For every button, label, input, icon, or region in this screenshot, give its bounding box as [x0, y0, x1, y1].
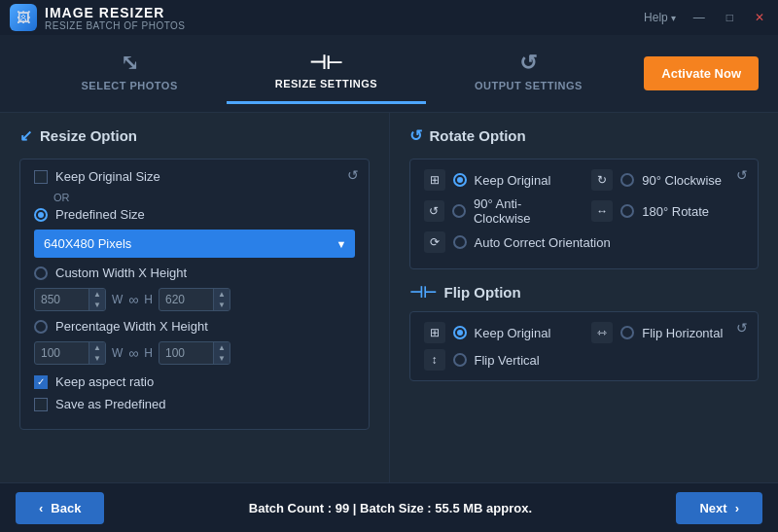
custom-height-spinner: ▲ ▼: [213, 289, 230, 310]
percentage-spinbox-row: ▲ ▼ W ∞ H ▲ ▼: [34, 341, 355, 365]
maximize-button[interactable]: □: [723, 9, 737, 26]
flip-v-icon: ↕: [424, 349, 445, 371]
next-chevron-icon: ›: [735, 501, 739, 515]
close-button[interactable]: ✕: [751, 9, 768, 26]
flip-h-radio[interactable]: [620, 326, 634, 339]
flip-keep-original: ⊞ Keep Original: [424, 322, 577, 343]
rotate-option-box: ↺ ⊞ Keep Original ↻ 90° Clockwise ↺: [409, 159, 760, 269]
title-bar-right: Help ▾ — □ ✕: [644, 9, 768, 26]
title-bar: 🖼 IMAGE RESIZER RESIZE BATCH OF PHOTOS H…: [0, 0, 778, 35]
custom-width-input[interactable]: [35, 289, 88, 310]
main-content: ↙ Resize Option ↺ Keep Original Size OR …: [0, 113, 778, 482]
keep-aspect-ratio-checkbox[interactable]: [34, 375, 48, 389]
custom-height-spinbox[interactable]: ▲ ▼: [159, 288, 230, 311]
app-subtitle: RESIZE BATCH OF PHOTOS: [45, 20, 186, 31]
pct-width-input[interactable]: [35, 342, 88, 364]
flip-options-grid: ⊞ Keep Original ⇿ Flip Horizontal ↕: [424, 322, 745, 371]
rotate-cw90: ↻ 90° Clockwise: [591, 169, 744, 191]
rotate-180-icon: ↔: [591, 200, 613, 222]
tab-resize-settings[interactable]: ⊣⊢ RESIZE SETTINGS: [227, 43, 426, 104]
pct-height-down[interactable]: ▼: [214, 353, 230, 364]
resize-option-box: ↺ Keep Original Size OR Predefined Size …: [19, 159, 370, 430]
w-label-2: W: [112, 346, 123, 360]
reset-rotate-button[interactable]: ↺: [736, 167, 748, 183]
keep-aspect-ratio-row: Keep aspect ratio: [34, 374, 355, 389]
rotate-acw90-radio[interactable]: [452, 204, 466, 218]
pct-width-spinner: ▲ ▼: [88, 342, 105, 364]
flip-keep-icon: ⊞: [424, 322, 445, 343]
pct-width-spinbox[interactable]: ▲ ▼: [34, 341, 106, 365]
bottom-bar: ‹ Back Batch Count : 99 | Batch Size : 5…: [0, 482, 778, 532]
batch-info: Batch Count : 99 | Batch Size : 55.5 MB …: [249, 501, 532, 515]
pct-width-up[interactable]: ▲: [89, 342, 105, 353]
rotate-acw90-icon: ↺: [424, 200, 444, 222]
pct-height-spinbox[interactable]: ▲ ▼: [159, 341, 230, 365]
reset-resize-button[interactable]: ↺: [347, 167, 359, 183]
resize-option-title: ↙ Resize Option: [19, 126, 370, 145]
pct-height-up[interactable]: ▲: [214, 342, 230, 353]
app-title: IMAGE RESIZER: [45, 5, 186, 20]
flip-v-radio[interactable]: [453, 353, 467, 367]
flip-keep-radio[interactable]: [453, 326, 467, 339]
predefined-size-select[interactable]: 640X480 Pixels 800X600 Pixels 1024X768 P…: [34, 230, 355, 258]
w-label: W: [112, 293, 123, 306]
help-button[interactable]: Help ▾: [644, 11, 676, 24]
custom-width-spinner: ▲ ▼: [88, 289, 105, 310]
left-panel: ↙ Resize Option ↺ Keep Original Size OR …: [0, 113, 390, 482]
flip-vertical: ↕ Flip Vertical: [424, 349, 577, 371]
reset-flip-button[interactable]: ↺: [736, 320, 748, 336]
batch-count: 99: [336, 501, 349, 515]
pct-height-spinner: ▲ ▼: [213, 342, 230, 364]
rotate-keep-radio[interactable]: [453, 173, 467, 187]
flip-section: ⊣⊢ Flip Option ↺ ⊞ Keep Original ⇿: [409, 283, 760, 381]
rotate-cw90-icon: ↻: [591, 169, 613, 191]
save-predefined-checkbox[interactable]: [34, 398, 48, 411]
or-label: OR: [53, 192, 355, 203]
rotate-180-radio[interactable]: [620, 204, 634, 218]
select-photos-icon: ⤡: [121, 53, 139, 74]
rotate-keep-original: ⊞ Keep Original: [424, 169, 577, 191]
resize-option-icon: ↙: [19, 126, 32, 145]
flip-option-box: ↺ ⊞ Keep Original ⇿ Flip Horizontal: [409, 311, 760, 381]
minimize-button[interactable]: —: [690, 9, 709, 26]
custom-width-up[interactable]: ▲: [89, 289, 105, 300]
predefined-size-row: Predefined Size: [34, 207, 355, 222]
rotate-auto-radio[interactable]: [453, 235, 467, 249]
rotate-cw90-radio[interactable]: [620, 173, 634, 187]
flip-option-title: ⊣⊢ Flip Option: [409, 283, 760, 301]
rotate-option-title: ↺ Rotate Option: [409, 126, 760, 145]
custom-height-down[interactable]: ▼: [214, 300, 230, 310]
infinity-icon-1: ∞: [128, 292, 138, 307]
back-chevron-icon: ‹: [39, 501, 43, 515]
pct-width-down[interactable]: ▼: [89, 353, 105, 364]
predefined-size-dropdown-container: 640X480 Pixels 800X600 Pixels 1024X768 P…: [34, 230, 355, 258]
percentage-radio[interactable]: [34, 320, 48, 334]
rotate-options-grid: ⊞ Keep Original ↻ 90° Clockwise ↺ 90° An…: [424, 169, 745, 253]
tab-select-photos[interactable]: ⤡ SELECT PHOTOS: [33, 43, 227, 104]
app-title-block: IMAGE RESIZER RESIZE BATCH OF PHOTOS: [45, 5, 186, 31]
title-bar-left: 🖼 IMAGE RESIZER RESIZE BATCH OF PHOTOS: [10, 4, 186, 31]
custom-width-down[interactable]: ▼: [89, 300, 105, 310]
rotate-auto-icon: ⟳: [424, 231, 445, 253]
back-button[interactable]: ‹ Back: [16, 492, 104, 524]
rotate-acw90: ↺ 90° Anti-Clockwise: [424, 196, 577, 226]
tab-output-settings[interactable]: ↺ OUTPUT SETTINGS: [426, 43, 631, 104]
predefined-size-radio[interactable]: [34, 208, 48, 222]
nav-tabs: ⤡ SELECT PHOTOS ⊣⊢ RESIZE SETTINGS ↺ OUT…: [19, 43, 644, 104]
pct-height-input[interactable]: [159, 342, 213, 364]
batch-size: 55.5 MB approx.: [435, 501, 532, 515]
flip-icon: ⊣⊢: [409, 283, 437, 301]
rotate-icon: ↺: [409, 126, 422, 145]
h-label-2: H: [144, 346, 153, 360]
nav-bar: ⤡ SELECT PHOTOS ⊣⊢ RESIZE SETTINGS ↺ OUT…: [0, 35, 778, 113]
keep-original-size-row: Keep Original Size: [34, 169, 355, 184]
keep-original-size-checkbox[interactable]: [34, 170, 48, 184]
custom-width-spinbox[interactable]: ▲ ▼: [34, 288, 106, 311]
rotate-180: ↔ 180° Rotate: [591, 196, 744, 226]
custom-wh-radio[interactable]: [34, 266, 48, 280]
custom-height-up[interactable]: ▲: [214, 289, 230, 300]
save-predefined-row: Save as Predefined: [34, 397, 355, 411]
next-button[interactable]: Next ›: [676, 492, 762, 524]
custom-height-input[interactable]: [159, 289, 213, 310]
activate-now-button[interactable]: Activate Now: [644, 56, 759, 90]
